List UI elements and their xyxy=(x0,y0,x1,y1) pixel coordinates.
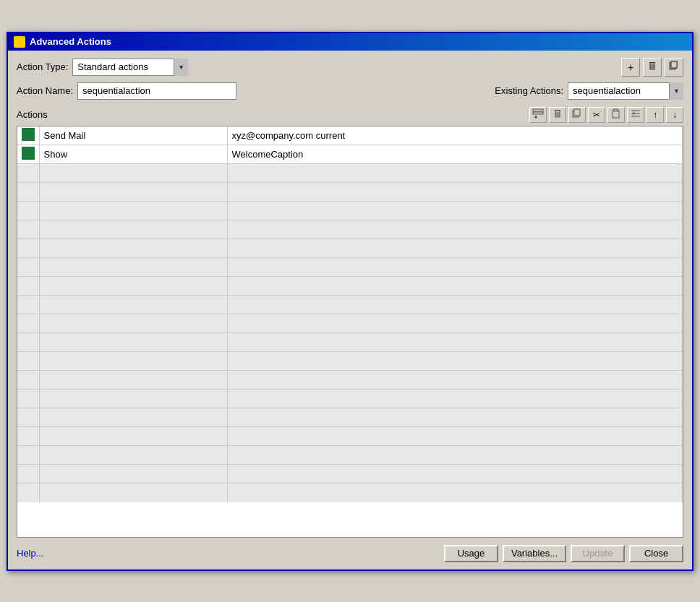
action-name-cell xyxy=(39,408,227,427)
action-name-cell: Show xyxy=(39,145,227,164)
close-button[interactable]: Close xyxy=(629,545,683,562)
table-row[interactable] xyxy=(17,408,683,427)
action-detail-cell xyxy=(227,352,683,371)
action-name-cell xyxy=(39,446,227,465)
copy-row-btn[interactable] xyxy=(568,107,586,123)
table-row[interactable] xyxy=(17,390,683,408)
row-icon-cell xyxy=(17,427,39,446)
row-icon-cell xyxy=(17,408,39,427)
action-name-cell xyxy=(39,390,227,408)
action-name-input[interactable]: sequentialaction xyxy=(77,82,236,100)
scissors-icon: ✂ xyxy=(593,110,600,120)
action-detail-cell xyxy=(227,164,683,183)
action-detail-cell xyxy=(227,202,683,220)
bottom-buttons: Usage Variables... Update Close xyxy=(444,545,683,562)
delete-row-btn[interactable] xyxy=(549,107,566,123)
title-bar: Advanced Actions xyxy=(8,33,692,51)
action-name-cell xyxy=(39,465,227,483)
delete-action-set-btn[interactable] xyxy=(643,58,662,77)
action-detail-cell: WelcomeCaption xyxy=(227,145,683,164)
row-icon-cell xyxy=(17,126,39,145)
action-name-cell xyxy=(39,483,227,502)
move-up-btn[interactable]: ↑ xyxy=(646,107,664,123)
action-name-cell xyxy=(39,296,227,314)
table-row[interactable] xyxy=(17,164,683,183)
table-row[interactable] xyxy=(17,202,683,220)
table-row[interactable] xyxy=(17,239,683,258)
delete-icon xyxy=(647,61,657,73)
copy-icon xyxy=(572,108,582,121)
table-row[interactable] xyxy=(17,183,683,202)
action-type-select-wrap[interactable]: Standard actions xyxy=(72,59,188,76)
duplicate-icon xyxy=(669,61,679,73)
actions-table-container: Send Mailxyz@company.com currentShowWelc… xyxy=(17,126,683,538)
action-name-cell xyxy=(39,202,227,220)
table-row[interactable] xyxy=(17,446,683,465)
insert-icon xyxy=(532,108,544,121)
action-detail-cell xyxy=(227,465,683,483)
table-row[interactable] xyxy=(17,296,683,314)
table-row[interactable] xyxy=(17,352,683,371)
action-status-icon xyxy=(22,128,35,141)
table-row[interactable] xyxy=(17,258,683,277)
insert-row-btn[interactable] xyxy=(529,107,547,123)
update-button[interactable]: Update xyxy=(571,545,625,562)
table-row[interactable]: ShowWelcomeCaption xyxy=(17,145,683,164)
action-detail-cell xyxy=(227,333,683,352)
row-icon-cell xyxy=(17,371,39,390)
svg-rect-7 xyxy=(671,61,677,68)
duplicate-action-set-btn[interactable] xyxy=(665,58,683,77)
table-row[interactable] xyxy=(17,483,683,502)
variables-button[interactable]: Variables... xyxy=(503,545,566,562)
action-name-cell xyxy=(39,371,227,390)
action-detail-cell xyxy=(227,483,683,502)
action-detail-cell xyxy=(227,277,683,296)
usage-button[interactable]: Usage xyxy=(444,545,498,562)
dialog-icon xyxy=(14,36,25,48)
paste-row-btn[interactable] xyxy=(607,107,625,123)
action-detail-cell xyxy=(227,258,683,277)
row-icon-cell xyxy=(17,390,39,408)
row-icon-cell xyxy=(17,314,39,333)
action-name-cell xyxy=(39,277,227,296)
indent-icon xyxy=(631,108,641,121)
move-down-btn[interactable]: ↓ xyxy=(666,107,683,123)
actions-toolbar: ✂ ↑ ↓ xyxy=(529,107,683,123)
table-row[interactable] xyxy=(17,465,683,483)
table-row[interactable] xyxy=(17,220,683,239)
action-name-cell xyxy=(39,314,227,333)
existing-actions-select-wrap[interactable]: sequentialaction xyxy=(568,82,683,100)
action-detail-cell xyxy=(227,220,683,239)
row-icon-cell xyxy=(17,258,39,277)
svg-rect-21 xyxy=(614,109,618,111)
table-row[interactable] xyxy=(17,314,683,333)
existing-actions-label: Existing Actions: xyxy=(495,85,563,96)
table-row[interactable] xyxy=(17,371,683,390)
action-name-cell xyxy=(39,239,227,258)
existing-actions-select[interactable]: sequentialaction xyxy=(568,82,683,100)
indent-btn[interactable] xyxy=(627,107,644,123)
row-icon-cell xyxy=(17,183,39,202)
row-icon-cell xyxy=(17,465,39,483)
action-detail-cell xyxy=(227,296,683,314)
action-name-label: Action Name: xyxy=(17,85,73,96)
actions-table: Send Mailxyz@company.com currentShowWelc… xyxy=(17,126,683,502)
help-link[interactable]: Help... xyxy=(17,548,44,559)
row-icon-cell xyxy=(17,239,39,258)
row-icon-cell xyxy=(17,164,39,183)
action-detail-cell xyxy=(227,371,683,390)
add-action-set-btn[interactable]: + xyxy=(621,58,640,77)
table-row[interactable] xyxy=(17,333,683,352)
plus-icon: + xyxy=(628,61,633,73)
action-name-cell xyxy=(39,164,227,183)
action-type-select[interactable]: Standard actions xyxy=(72,59,188,76)
table-row[interactable] xyxy=(17,427,683,446)
table-row[interactable]: Send Mailxyz@company.com current xyxy=(17,126,683,145)
action-name-cell xyxy=(39,220,227,239)
table-row[interactable] xyxy=(17,277,683,296)
action-name-cell xyxy=(39,183,227,202)
svg-rect-10 xyxy=(533,112,543,114)
action-name-cell: Send Mail xyxy=(39,126,227,145)
row-icon-cell xyxy=(17,333,39,352)
cut-row-btn[interactable]: ✂ xyxy=(588,107,605,123)
